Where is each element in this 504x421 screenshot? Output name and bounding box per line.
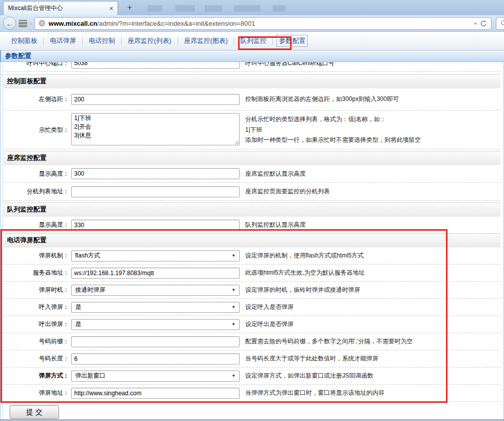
search-input[interactable] (496, 17, 504, 30)
nav-tab-queue-monitor[interactable]: 队列监控 (234, 35, 272, 47)
field-label: 弹屏地址： (4, 389, 69, 397)
browser-tab-strip: Mixcall后台管理中心 × + (0, 0, 504, 15)
select-value: 是 (75, 303, 81, 311)
field-label: 弹屏方式： (4, 372, 69, 380)
back-icon[interactable]: ← (3, 17, 16, 30)
form-row-agent-height: 显示高度： 座席监控默认显示高度 (4, 165, 500, 183)
field-label: 呼叫中心端口： (4, 62, 69, 68)
search-icon (500, 20, 504, 27)
blurred-item (176, 5, 195, 12)
config-form: 呼叫中心端口： 呼叫中心服务器CallCenter端口号 控制面板配置 左侧边距… (0, 62, 504, 419)
field-hint: 当弹弹方式为弹出窗口时，窗口将显示该地址的内容 (245, 388, 384, 398)
form-row-extension-list: 分机列表地址： 座席监控页面要监控的分机列表 (4, 183, 500, 201)
field-label: 弹屏时机： (4, 286, 69, 294)
submit-row: 提 交 (4, 402, 500, 419)
url-text[interactable]: www.mixcall.cn/admin/?m=interface&c=inde… (48, 20, 471, 27)
field-hint: 座席监控页面要监控的分机列表 (245, 186, 330, 196)
dropdown-arrow-icon: ▼ (232, 305, 236, 309)
field-hint: 座席监控默认显示高度 (245, 169, 306, 179)
select-value: 是 (75, 320, 81, 329)
submit-button[interactable]: 提 交 (10, 405, 59, 419)
nav-tab-parameter-config[interactable]: 参数配置 (276, 35, 308, 47)
popup-timing-select[interactable]: 接通时弹屏 ▼ (71, 285, 240, 296)
number-prefix-input[interactable] (71, 336, 240, 347)
outbound-popup-select[interactable]: 是 ▼ (71, 319, 240, 330)
inbound-popup-select[interactable]: 是 ▼ (71, 302, 240, 313)
popup-url-input[interactable] (71, 388, 240, 399)
field-label: 号码前缀： (4, 337, 69, 346)
admin-nav-bar: 控制面板 电话弹屏 电话控制 座席监控(列表) 座席监控(图表) 队列监控 参数… (0, 32, 504, 50)
dropdown-arrow-icon: ▼ (232, 322, 236, 327)
busy-types-textarea[interactable]: 1|下班 2|开会 3|休息 (71, 113, 240, 145)
blurred-item (234, 5, 260, 12)
nav-divider (272, 37, 273, 45)
section-header-phone-popup: 电话弹屏配置 (4, 233, 500, 247)
field-label: 显示高度： (4, 221, 69, 229)
url-path: /admin/?m=interface&c=index&a=init&exten… (97, 20, 255, 27)
tab-title: Mixcall后台管理中心 (8, 4, 106, 13)
form-row-popup-method: 弹屏方式： 弹出新窗口 ▼ 设定弹屏方式，如弹出新窗口或注册JS回调函数 (4, 367, 500, 385)
number-length-input[interactable] (71, 353, 240, 364)
field-label: 号码长度： (4, 354, 69, 363)
popup-method-select[interactable]: 弹出新窗口 ▼ (71, 371, 240, 382)
popup-mechanism-select[interactable]: flash方式 ▼ (71, 250, 240, 261)
close-icon[interactable]: × (109, 5, 113, 12)
field-label: 弹屏机制： (4, 251, 69, 260)
field-hint: 分机示忙时的类型选择列表，格式为：值|名称，如： 1|下班 添加时一种类型一行，… (245, 114, 421, 145)
field-label: 示忙类型： (4, 126, 69, 134)
url-bar[interactable]: www.mixcall.cn/admin/?m=interface&c=inde… (34, 17, 491, 30)
reload-icon[interactable] (480, 20, 487, 27)
nav-tab-agent-monitor-list[interactable]: 座席监控(列表) (122, 35, 178, 47)
field-hint: 当号码长度大于或等于此处数值时，系统才能弹屏 (245, 353, 378, 363)
field-hint: 设定呼入是否弹屏 (245, 302, 294, 312)
field-hint: 配置需去除的号码前缀，多个数字之间用','分隔，不需要时为空 (245, 336, 413, 346)
dropdown-arrow-icon: ▼ (232, 253, 236, 258)
bookmark-icon[interactable] (19, 20, 27, 27)
field-hint: 设定弹屏的时机，振铃时弹并或接通时弹屏 (245, 285, 360, 295)
url-dropdown-icon[interactable]: ▾ (474, 21, 477, 26)
globe-icon (38, 20, 45, 27)
nav-tab-agent-monitor-chart[interactable]: 座席监控(图表) (178, 35, 234, 47)
nav-tab-control-panel[interactable]: 控制面板 (5, 35, 43, 47)
select-value: 弹出新窗口 (75, 372, 105, 380)
bottom-border (0, 419, 504, 420)
form-row-inbound-popup: 呼入弹屏： 是 ▼ 设定呼入是否弹屏 (4, 299, 500, 316)
new-tab-icon[interactable]: + (123, 4, 136, 13)
field-hint: 队列监控默认显示高度 (245, 220, 306, 230)
blurred-item (272, 5, 286, 12)
field-hint: 设定呼出是否弹屏 (245, 319, 294, 329)
field-label: 呼出弹屏： (4, 320, 69, 329)
select-value: 接通时弹屏 (75, 286, 105, 294)
section-header-queue-monitor: 队列监控配置 (4, 202, 500, 217)
nav-tab-phone-popup[interactable]: 电话弹屏 (44, 35, 82, 47)
nav-tab-phone-control[interactable]: 电话控制 (83, 35, 121, 47)
page-title: 参数配置 (0, 50, 504, 62)
callcenter-port-input[interactable] (71, 62, 240, 69)
field-hint: 此选项html5方式生效,为空为默认服务器地址 (245, 268, 365, 278)
blurred-item (147, 5, 162, 12)
field-label: 分机列表地址： (4, 187, 69, 196)
browser-toolbar: ← › www.mixcall.cn/admin/?m=interface&c=… (0, 15, 504, 32)
field-hint: 设定弹屏方式，如弹出新窗口或注册JS回调函数 (245, 371, 373, 381)
form-row-left-margin: 左侧边距： 控制面板距离浏览器的左侧边距，如300px则输入300即可 (4, 88, 500, 111)
form-row-popup-url: 弹屏地址： 当弹弹方式为弹出窗口时，窗口将显示该地址的内容 (4, 385, 500, 402)
queue-height-input[interactable] (71, 220, 240, 231)
section-header-agent-monitor: 座席监控配置 (4, 151, 500, 165)
dropdown-arrow-icon: ▼ (232, 288, 236, 292)
browser-tab[interactable]: Mixcall后台管理中心 × (3, 1, 118, 15)
field-hint: 设定弹屏的机制，使用flash方式或html5方式 (245, 250, 364, 260)
form-row-queue-height: 显示高度： 队列监控默认显示高度 (4, 217, 500, 233)
agent-height-input[interactable] (71, 168, 240, 179)
field-hint: 控制面板距离浏览器的左侧边距，如300px则输入300即可 (245, 94, 399, 104)
extension-list-input[interactable] (71, 186, 240, 197)
field-label: 左侧边距： (4, 95, 69, 103)
left-margin-input[interactable] (71, 94, 240, 105)
form-row-busy-types: 示忙类型： 1|下班 2|开会 3|休息 分机示忙时的类型选择列表，格式为：值|… (4, 111, 500, 149)
select-value: flash方式 (75, 251, 100, 260)
form-row-callcenter-port: 呼叫中心端口： 呼叫中心服务器CallCenter端口号 (4, 62, 500, 72)
server-address-input[interactable] (71, 268, 240, 279)
field-label: 呼入弹屏： (4, 303, 69, 311)
form-row-popup-mechanism: 弹屏机制： flash方式 ▼ 设定弹屏的机制，使用flash方式或html5方… (4, 247, 500, 265)
form-row-number-length: 号码长度： 当号码长度大于或等于此处数值时，系统才能弹屏 (4, 350, 500, 367)
dropdown-arrow-icon: ▼ (232, 374, 236, 378)
